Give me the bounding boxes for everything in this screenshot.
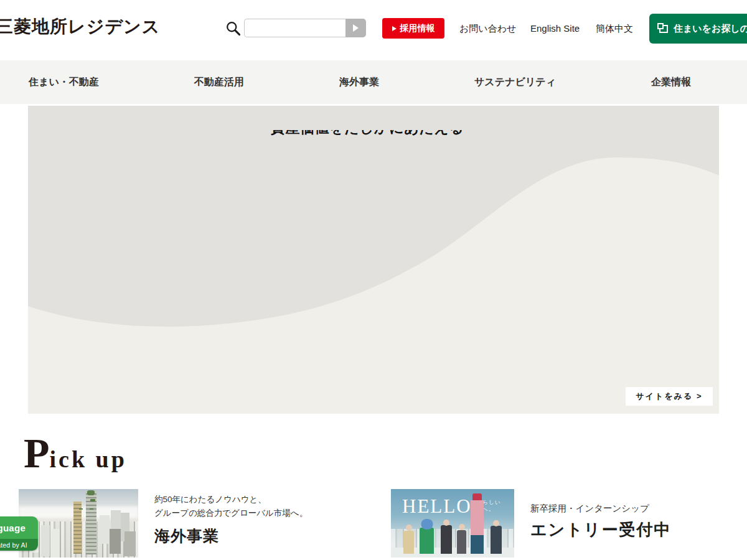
pickup-heading: Pick up — [24, 432, 127, 474]
pickup-heading-initial: P — [24, 429, 50, 477]
mid-buildings — [110, 529, 121, 554]
nav-item-sustainability[interactable]: サステナビリティ — [474, 76, 556, 89]
play-icon — [392, 26, 397, 31]
card-description-line: 新卒採用・インターンシップ — [530, 502, 671, 515]
card-text: 新卒採用・インターンシップ エントリー受付中 — [530, 489, 671, 558]
person-figure — [491, 526, 502, 554]
translated-by-ai-label: Translated by AI — [0, 539, 38, 551]
site-search — [244, 19, 366, 37]
language-label: Language — [0, 516, 38, 539]
tower-greenery — [87, 490, 95, 495]
overseas-business-title[interactable]: 海外事業 — [154, 526, 308, 546]
simplified-chinese-link[interactable]: 簡体中文 — [596, 23, 633, 35]
card-description-line: グループの総合力でグローバル市場へ。 — [154, 506, 308, 520]
crayon-body — [471, 500, 484, 535]
hero-title-clipped: 資産価値をたしかにあたえる — [271, 130, 464, 135]
card-text: 約50年にわたるノウハウと、 グループの総合力でグローバル市場へ。 海外事業 — [154, 489, 308, 558]
contact-link[interactable]: お問い合わせ — [459, 23, 516, 35]
person-figure — [403, 531, 414, 554]
hero-banner: 資産価値をたしかにあたえる サイトをみる > — [28, 106, 719, 414]
housing-search-button[interactable]: 住まいをお探しの — [649, 14, 747, 44]
gold-tower — [73, 502, 82, 554]
nav-item-overseas[interactable]: 海外事業 — [339, 76, 379, 89]
view-site-button[interactable]: サイトをみる > — [626, 387, 713, 406]
crayon-base — [471, 535, 484, 554]
housing-search-label: 住まいをお探しの — [674, 23, 747, 35]
green-terrace-tower — [86, 491, 96, 554]
entry-open-title[interactable]: エントリー受付中 — [530, 519, 671, 541]
mascot-figure — [420, 528, 434, 554]
search-icon — [225, 20, 242, 39]
pickup-heading-rest: ick up — [50, 446, 127, 472]
english-site-link[interactable]: English Site — [530, 23, 580, 34]
hero-title-mask: 資産価値をたしかにあたえる — [271, 130, 482, 136]
crayon-cap — [472, 493, 482, 500]
person-figure — [441, 525, 452, 554]
recruit-info-button[interactable]: 採用情報 — [382, 18, 444, 39]
company-logo[interactable]: 三菱地所レジデンス — [0, 15, 160, 39]
card-description-line: 約50年にわたるノウハウと、 — [154, 493, 308, 506]
pickup-card-overseas: 約50年にわたるノウハウと、 グループの総合力でグローバル市場へ。 海外事業 — [19, 489, 374, 558]
search-input[interactable] — [244, 19, 345, 37]
hello-recruit-image[interactable]: HELLO! あたらしい 仲間へ。 — [391, 489, 514, 558]
nav-item-property-use[interactable]: 不動産活用 — [194, 76, 244, 89]
pickup-card-recruit: HELLO! あたらしい 仲間へ。 新卒採用・インターンシップ エントリー受付中 — [391, 489, 730, 558]
hello-text: HELLO! — [402, 495, 479, 518]
wave-shape — [28, 106, 719, 414]
window-icon — [659, 25, 668, 33]
person-figure — [457, 530, 466, 554]
recruit-info-label: 採用情報 — [400, 23, 435, 34]
global-nav: 住まい・不動産 不動産活用 海外事業 サステナビリティ 企業情報 — [0, 60, 747, 104]
submit-arrow-icon — [353, 24, 359, 32]
search-submit-button[interactable] — [345, 19, 366, 37]
nav-item-corporate[interactable]: 企業情報 — [651, 76, 691, 89]
site-header: 三菱地所レジデンス 採用情報 お問い合わせ English Site 簡体中文 … — [0, 0, 747, 60]
language-widget[interactable]: Language Translated by AI — [0, 516, 38, 551]
nav-item-housing[interactable]: 住まい・不動産 — [29, 76, 99, 89]
